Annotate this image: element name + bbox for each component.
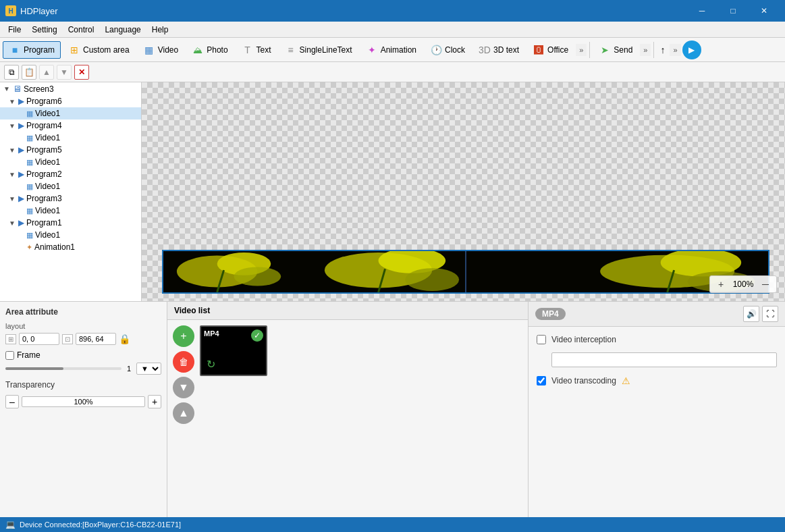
menu-help[interactable]: Help (146, 24, 174, 36)
delete-button[interactable]: ✕ (74, 65, 89, 80)
zoom-value: 100% (730, 280, 756, 289)
toolbar-sep (589, 42, 590, 58)
menu-file[interactable]: File (3, 24, 26, 36)
transparency-label: Transparency (5, 380, 59, 390)
toolbar-play[interactable]: ▶ (682, 41, 701, 59)
menu-language[interactable]: Language (99, 24, 146, 36)
move-down-button[interactable]: ▼ (57, 65, 72, 80)
animation-icon: ✦ (366, 44, 378, 56)
tree-label: Program6 (26, 97, 138, 106)
toolbar-more1[interactable]: » (576, 44, 587, 56)
tree-item-video1b[interactable]: ▦ Video1 (0, 132, 141, 144)
copy-icon: ⧉ (9, 68, 15, 77)
move-video-down-button[interactable]: ▼ (173, 377, 194, 398)
paste-button[interactable]: 📋 (22, 65, 36, 80)
send-icon: ➤ (599, 44, 611, 56)
interception-input-row (537, 352, 777, 367)
mp4-speaker-button[interactable]: 🔊 (743, 306, 759, 322)
menu-bar: File Setting Control Language Help (0, 22, 785, 38)
tree-item-animation1[interactable]: ✦ Animation1 (0, 241, 141, 253)
slider-value: 1 (127, 365, 131, 373)
move-video-up-button[interactable]: ▲ (173, 402, 194, 424)
zoom-in-button[interactable]: + (714, 277, 728, 291)
thumb-check-icon: ✓ (251, 329, 263, 342)
transparency-value: 100% (22, 396, 145, 407)
video-list-buttons: + 🗑 ▼ ▲ (173, 325, 194, 512)
lock-icon[interactable]: 🔒 (119, 334, 130, 344)
video-file-icon: ▦ (26, 182, 33, 191)
video-file-icon: ▦ (26, 231, 33, 240)
maximize-button[interactable]: □ (718, 0, 749, 22)
transparency-decrease[interactable]: – (5, 395, 19, 408)
copy-button[interactable]: ⧉ (4, 65, 19, 80)
video-transcoding-checkbox[interactable] (537, 376, 546, 385)
area-attr-title: Area attribute (5, 307, 161, 317)
move-up-button[interactable]: ▲ (39, 65, 54, 80)
transparency-increase[interactable]: + (148, 395, 161, 408)
mp4-header-controls: 🔊 ⛶ (743, 306, 778, 322)
video-file-icon: ▦ (26, 158, 33, 167)
tree-label: Video1 (35, 157, 138, 167)
tree-item-program6[interactable]: ▼ ▶ Program6 (0, 95, 141, 107)
tree-item-video1f[interactable]: ▦ Video1 (0, 229, 141, 241)
tree-label: Animation1 (34, 242, 138, 252)
mp4-fullscreen-button[interactable]: ⛶ (762, 306, 778, 322)
toolbar-animation[interactable]: ✦ Animation (360, 41, 423, 59)
toolbar-clock[interactable]: 🕐 Clock (424, 41, 471, 59)
thumb-spinner-icon: ↻ (207, 358, 215, 371)
program-icon: ▶ (18, 218, 24, 228)
toolbar-office[interactable]: 🅾 Office (526, 41, 574, 59)
close-button[interactable]: ✕ (749, 0, 780, 22)
toolbar-arrow-more[interactable]: » (670, 44, 680, 56)
toolbar-more2[interactable]: » (640, 44, 651, 56)
tree-label: Video1 (35, 230, 138, 240)
toolbar-text[interactable]: T Text (236, 41, 277, 59)
tree-item-program4[interactable]: ▼ ▶ Program4 (0, 119, 141, 132)
add-video-button[interactable]: + (173, 325, 194, 347)
tree-item-video1d[interactable]: ▦ Video1 (0, 180, 141, 192)
program-icon: ▶ (18, 97, 24, 106)
tree-label: Video1 (35, 182, 138, 191)
toolbar-custom-area[interactable]: ⊞ Custom area (62, 41, 136, 59)
thumb-label: MP4 (204, 329, 219, 338)
expand-arrow: ▼ (8, 195, 16, 203)
tree-item-video1a[interactable]: ▦ Video1 (0, 107, 141, 119)
toolbar-program[interactable]: ■ Program (3, 41, 61, 59)
toolbar-send[interactable]: ➤ Send (593, 41, 639, 59)
frame-checkbox[interactable] (5, 351, 14, 360)
tree-item-program3[interactable]: ▼ ▶ Program3 (0, 192, 141, 205)
canvas-video-strip[interactable] (162, 250, 769, 294)
toolbar-3dtext[interactable]: 3D 3D text (472, 41, 525, 59)
size-input[interactable] (76, 333, 116, 345)
tree-item-program5[interactable]: ▼ ▶ Program5 (0, 144, 141, 156)
text-icon: T (242, 44, 254, 56)
video-interception-checkbox[interactable] (537, 335, 546, 344)
toolbar-video[interactable]: ▦ Video (137, 41, 184, 59)
toolbar-photo[interactable]: ⛰ Photo (186, 41, 234, 59)
app-title: HDPlayer (20, 6, 58, 16)
interception-input-bar[interactable] (551, 352, 777, 367)
add-icon: + (180, 330, 186, 342)
menu-control[interactable]: Control (63, 24, 100, 36)
video-interception-label: Video interception (551, 335, 616, 344)
video-list-panel: Video list + 🗑 ▼ ▲ MP4 (167, 302, 529, 517)
toolbar-singleline[interactable]: ≡ SingleLineText (279, 41, 358, 59)
tree-item-program1[interactable]: ▼ ▶ Program1 (0, 217, 141, 229)
tree-item-program2[interactable]: ▼ ▶ Program2 (0, 168, 141, 180)
area-attribute-panel: Area attribute layout ⊞ ⊡ 🔒 Frame 1 ▼ (0, 302, 167, 517)
toolbar-up-arrow[interactable]: ↑ (657, 42, 668, 58)
delete-video-button[interactable]: 🗑 (173, 351, 194, 373)
svg-point-6 (405, 268, 459, 291)
tree-item-video1e[interactable]: ▦ Video1 (0, 205, 141, 217)
canvas-area: + 100% ─ (142, 82, 785, 301)
position-x-input[interactable] (19, 333, 59, 345)
video-thumbnail[interactable]: MP4 ✓ ↻ (200, 325, 267, 376)
minimize-button[interactable]: ─ (686, 0, 718, 22)
tree-item-screen3[interactable]: ▼ 🖥 Screen3 (0, 82, 141, 95)
tree-label: Video1 (35, 133, 138, 142)
menu-setting[interactable]: Setting (26, 24, 62, 36)
tree-item-video1c[interactable]: ▦ Video1 (0, 156, 141, 168)
slider-track[interactable] (5, 367, 121, 370)
slider-select[interactable]: ▼ (136, 363, 161, 375)
zoom-out-button[interactable]: ─ (759, 277, 772, 291)
